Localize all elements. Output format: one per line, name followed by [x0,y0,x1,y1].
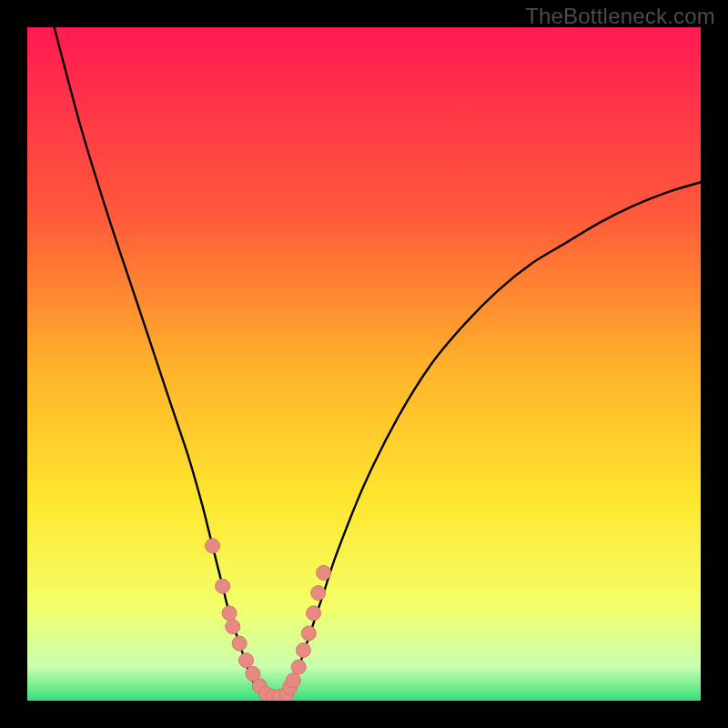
marker-point [216,579,230,593]
marker-point [206,539,220,553]
curve-left-branch [55,27,263,697]
marker-point [222,606,237,621]
marker-point [307,606,321,621]
marker-point [286,673,300,688]
marker-point [311,586,326,601]
marker-point [226,620,240,634]
marker-point [239,653,254,668]
marker-point [296,643,310,658]
marker-cluster [206,539,331,701]
bottleneck-curve [27,27,701,701]
marker-point [291,660,306,674]
marker-point [301,626,316,641]
chart-frame: TheBottleneck.com [0,0,728,728]
marker-point [232,636,247,651]
watermark-text: TheBottleneck.com [525,4,715,29]
curve-right-branch [283,182,701,697]
marker-point [317,565,331,580]
plot-area [27,27,701,701]
